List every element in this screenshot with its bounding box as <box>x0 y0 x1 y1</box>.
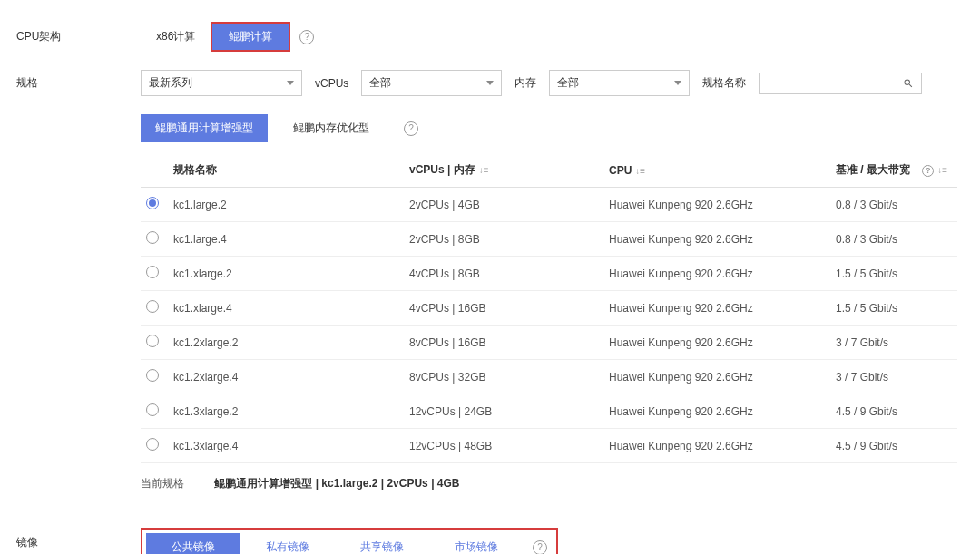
cell-name: kc1.2xlarge.2 <box>168 326 404 360</box>
th-cpu[interactable]: CPU↓≡ <box>603 153 830 188</box>
cell-cpu: Huawei Kunpeng 920 2.6GHz <box>603 222 830 257</box>
current-spec-label: 当前规格 <box>141 477 184 490</box>
memory-value: 全部 <box>557 75 579 91</box>
cell-bandwidth: 4.5 / 9 Gbit/s <box>830 394 957 429</box>
cell-cpu: Huawei Kunpeng 920 2.6GHz <box>603 360 830 394</box>
chevron-down-icon <box>486 81 494 85</box>
radio-button[interactable] <box>146 438 159 451</box>
cell-bandwidth: 1.5 / 5 Gbit/s <box>830 257 957 291</box>
chevron-down-icon <box>287 81 294 85</box>
cell-bandwidth: 3 / 7 Gbit/s <box>830 360 957 394</box>
help-icon[interactable]: ? <box>404 121 418 136</box>
cell-name: kc1.large.2 <box>168 188 404 222</box>
radio-button[interactable] <box>146 369 159 382</box>
cell-bandwidth: 0.8 / 3 Gbit/s <box>830 188 957 222</box>
image-tab-public[interactable]: 公共镜像 <box>146 533 240 554</box>
sort-icon: ↓≡ <box>479 165 489 175</box>
cell-name: kc1.2xlarge.4 <box>168 360 404 394</box>
cell-vcpus: 12vCPUs | 48GB <box>404 429 603 463</box>
table-row[interactable]: kc1.2xlarge.2 8vCPUs | 16GB Huawei Kunpe… <box>141 326 957 360</box>
spec-search-input-wrap[interactable] <box>759 73 922 94</box>
cell-vcpus: 12vCPUs | 24GB <box>404 394 603 429</box>
table-row[interactable]: kc1.3xlarge.2 12vCPUs | 24GB Huawei Kunp… <box>141 394 957 429</box>
cell-cpu: Huawei Kunpeng 920 2.6GHz <box>603 394 830 429</box>
cpu-arch-label: CPU架构 <box>0 29 141 44</box>
cell-vcpus: 8vCPUs | 32GB <box>404 360 603 394</box>
th-vcpus[interactable]: vCPUs | 内存↓≡ <box>404 153 603 188</box>
cell-name: kc1.xlarge.2 <box>168 257 404 291</box>
help-icon[interactable]: ? <box>533 540 547 555</box>
radio-button[interactable] <box>146 266 159 278</box>
th-radio <box>141 153 168 188</box>
cell-vcpus: 2vCPUs | 4GB <box>404 188 603 222</box>
cell-name: kc1.xlarge.4 <box>168 291 404 326</box>
arch-option-x86[interactable]: x86计算 <box>141 23 211 51</box>
memory-select[interactable]: 全部 <box>549 70 690 96</box>
spec-search-input[interactable] <box>767 77 903 90</box>
cell-vcpus: 2vCPUs | 8GB <box>404 222 603 257</box>
table-row[interactable]: kc1.2xlarge.4 8vCPUs | 32GB Huawei Kunpe… <box>141 360 957 394</box>
image-tabs-highlight: 公共镜像 私有镜像 共享镜像 市场镜像 ? <box>141 528 558 554</box>
table-row[interactable]: kc1.xlarge.2 4vCPUs | 8GB Huawei Kunpeng… <box>141 257 957 291</box>
cell-name: kc1.3xlarge.2 <box>168 394 404 429</box>
vcpu-value: 全部 <box>369 75 391 91</box>
th-bandwidth[interactable]: 基准 / 最大带宽 ?↓≡ <box>830 153 957 188</box>
cell-bandwidth: 1.5 / 5 Gbit/s <box>830 291 957 326</box>
cell-vcpus: 8vCPUs | 16GB <box>404 326 603 360</box>
spec-name-filter-label: 规格名称 <box>702 75 746 91</box>
cell-cpu: Huawei Kunpeng 920 2.6GHz <box>603 326 830 360</box>
arch-option-kunpeng[interactable]: 鲲鹏计算 <box>211 22 290 52</box>
cell-bandwidth: 3 / 7 Gbit/s <box>830 326 957 360</box>
current-spec-value: 鲲鹏通用计算增强型 | kc1.large.2 | 2vCPUs | 4GB <box>214 477 459 490</box>
image-tab-private[interactable]: 私有镜像 <box>240 533 335 554</box>
cell-name: kc1.large.4 <box>168 222 404 257</box>
radio-button[interactable] <box>146 197 159 209</box>
cell-bandwidth: 4.5 / 9 Gbit/s <box>830 429 957 463</box>
cell-cpu: Huawei Kunpeng 920 2.6GHz <box>603 429 830 463</box>
vcpu-select[interactable]: 全部 <box>361 70 502 96</box>
cell-vcpus: 4vCPUs | 8GB <box>404 257 603 291</box>
radio-button[interactable] <box>146 300 159 313</box>
chevron-down-icon <box>674 81 681 85</box>
image-tab-market[interactable]: 市场镜像 <box>429 533 524 554</box>
cell-cpu: Huawei Kunpeng 920 2.6GHz <box>603 188 830 222</box>
image-tab-shared[interactable]: 共享镜像 <box>335 533 429 554</box>
help-icon[interactable]: ? <box>922 165 934 177</box>
cell-bandwidth: 0.8 / 3 Gbit/s <box>830 222 957 257</box>
table-row[interactable]: kc1.large.4 2vCPUs | 8GB Huawei Kunpeng … <box>141 222 957 257</box>
search-icon <box>903 77 914 90</box>
category-tab-memory[interactable]: 鲲鹏内存优化型 <box>279 114 384 142</box>
cell-cpu: Huawei Kunpeng 920 2.6GHz <box>603 291 830 326</box>
radio-button[interactable] <box>146 403 159 416</box>
category-tab-enhanced[interactable]: 鲲鹏通用计算增强型 <box>141 114 268 142</box>
memory-filter-label: 内存 <box>514 75 536 91</box>
cell-name: kc1.3xlarge.4 <box>168 429 404 463</box>
table-row[interactable]: kc1.xlarge.4 4vCPUs | 16GB Huawei Kunpen… <box>141 291 957 326</box>
cell-cpu: Huawei Kunpeng 920 2.6GHz <box>603 257 830 291</box>
spec-table: 规格名称 vCPUs | 内存↓≡ CPU↓≡ 基准 / 最大带宽 ?↓≡ kc… <box>141 153 957 463</box>
image-label: 镜像 <box>0 528 141 550</box>
radio-button[interactable] <box>146 335 159 347</box>
series-select[interactable]: 最新系列 <box>141 70 302 96</box>
th-name: 规格名称 <box>168 153 404 188</box>
spec-label: 规格 <box>0 75 141 91</box>
series-value: 最新系列 <box>149 75 192 91</box>
table-row[interactable]: kc1.3xlarge.4 12vCPUs | 48GB Huawei Kunp… <box>141 429 957 463</box>
radio-button[interactable] <box>146 231 159 244</box>
sort-icon: ↓≡ <box>937 165 947 175</box>
table-row[interactable]: kc1.large.2 2vCPUs | 4GB Huawei Kunpeng … <box>141 188 957 222</box>
cell-vcpus: 4vCPUs | 16GB <box>404 291 603 326</box>
vcpu-filter-label: vCPUs <box>315 77 348 90</box>
sort-icon: ↓≡ <box>635 166 645 176</box>
help-icon[interactable]: ? <box>299 30 314 44</box>
